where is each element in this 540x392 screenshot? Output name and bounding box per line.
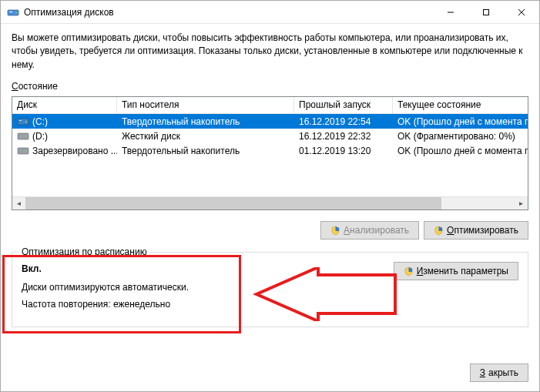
schedule-line2: Частота повторения: еженедельно xyxy=(22,299,394,310)
svg-point-11 xyxy=(25,136,27,137)
analyze-button[interactable]: Анализировать xyxy=(320,221,419,240)
window-title: Оптимизация дисков xyxy=(24,7,433,18)
scroll-left-button[interactable]: ◄ xyxy=(12,197,25,210)
svg-rect-1 xyxy=(9,12,12,12)
table-row[interactable]: (C:)Твердотельный накопитель16.12.2019 2… xyxy=(12,114,528,129)
table-row[interactable]: Зарезервировано ...Твердотельный накопит… xyxy=(12,143,528,158)
change-label: Изменить параметры xyxy=(417,266,508,276)
window-controls xyxy=(433,1,539,24)
schedule-text: Вкл. Диски оптимизируются автоматически.… xyxy=(22,263,394,316)
optimize-button[interactable]: Оптимизировать xyxy=(424,221,528,240)
cell-disk: (D:) xyxy=(12,131,117,142)
cell-media-type: Твердотельный накопитель xyxy=(117,146,294,156)
description-text: Вы можете оптимизировать диски, чтобы по… xyxy=(12,32,528,72)
horizontal-scrollbar[interactable]: ◄ ► xyxy=(12,196,528,209)
change-settings-button[interactable]: Изменить параметры xyxy=(394,262,518,280)
cell-status: OK (Прошло дней с момента по xyxy=(393,116,528,127)
table-body: (C:)Твердотельный накопитель16.12.2019 2… xyxy=(12,114,528,196)
cell-status: OK (Прошло дней с момента по xyxy=(393,146,528,156)
drives-table: Диск Тип носителя Прошлый запуск Текущее… xyxy=(12,96,528,210)
scroll-thumb[interactable] xyxy=(25,197,441,210)
cell-disk: (C:) xyxy=(12,116,117,127)
optimize-drives-window: Оптимизация дисков Вы можете оптимизиров… xyxy=(0,0,540,392)
drive-icon xyxy=(17,117,29,126)
close-button[interactable] xyxy=(504,1,539,24)
shield-icon xyxy=(434,226,444,236)
col-last-run[interactable]: Прошлый запуск xyxy=(294,97,393,113)
svg-rect-4 xyxy=(484,9,489,15)
scroll-track[interactable] xyxy=(25,197,515,209)
svg-point-2 xyxy=(15,12,17,13)
drive-icon xyxy=(17,146,29,156)
maximize-button[interactable] xyxy=(468,1,504,24)
app-icon xyxy=(7,6,19,18)
content-area: Вы можете оптимизировать диски, чтобы по… xyxy=(1,24,539,354)
close-window-button[interactable]: Закрыть xyxy=(470,364,528,382)
svg-rect-8 xyxy=(19,120,22,121)
table-row[interactable]: (D:)Жесткий диск16.12.2019 22:32OK (Фраг… xyxy=(12,129,528,143)
cell-last-run: 16.12.2019 22:54 xyxy=(294,116,393,127)
footer: Закрыть xyxy=(1,354,539,391)
cell-media-type: Твердотельный накопитель xyxy=(117,116,294,127)
drive-icon xyxy=(17,132,29,141)
schedule-line1: Диски оптимизируются автоматически. xyxy=(22,282,394,293)
optimize-label: Оптимизировать xyxy=(447,225,518,236)
titlebar: Оптимизация дисков xyxy=(1,1,539,24)
schedule-state: Вкл. xyxy=(22,263,394,274)
col-media-type[interactable]: Тип носителя xyxy=(117,97,294,113)
schedule-title: Оптимизация по расписанию xyxy=(18,246,150,257)
cell-disk: Зарезервировано ... xyxy=(12,146,117,156)
cell-status: OK (Фрагментировано: 0%) xyxy=(393,131,528,142)
state-label: Состояние xyxy=(12,81,528,92)
cell-last-run: 16.12.2019 22:32 xyxy=(294,131,393,142)
analyze-label: Анализировать xyxy=(344,225,409,236)
shield-icon xyxy=(330,226,340,236)
minimize-button[interactable] xyxy=(433,1,468,24)
scroll-right-button[interactable]: ► xyxy=(515,197,528,210)
col-disk[interactable]: Диск xyxy=(12,97,117,113)
cell-media-type: Жесткий диск xyxy=(117,131,294,142)
svg-point-9 xyxy=(25,121,27,122)
shield-icon xyxy=(404,266,414,276)
action-buttons: Анализировать Оптимизировать xyxy=(12,210,528,243)
svg-point-13 xyxy=(25,150,27,152)
table-header: Диск Тип носителя Прошлый запуск Текущее… xyxy=(12,97,528,114)
cell-last-run: 01.12.2019 13:20 xyxy=(294,146,393,156)
col-current-status[interactable]: Текущее состояние xyxy=(393,97,528,113)
schedule-groupbox: Оптимизация по расписанию Вкл. Диски опт… xyxy=(12,252,528,327)
